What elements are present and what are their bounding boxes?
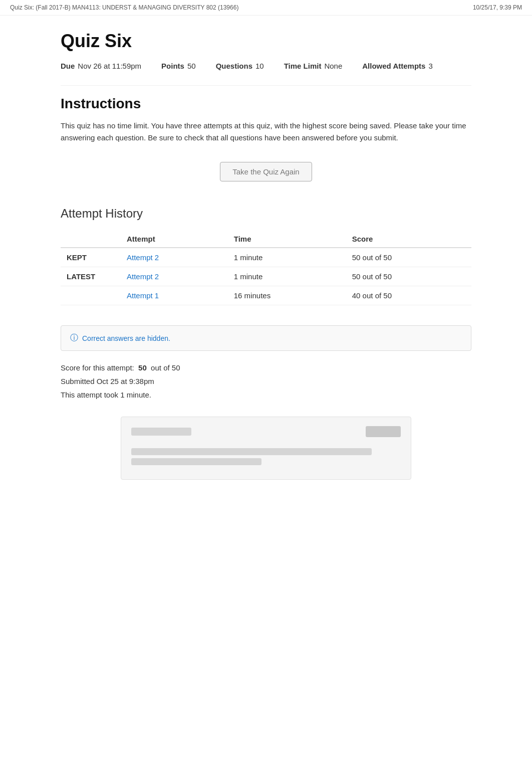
breadcrumb: Quiz Six: (Fall 2017-B) MAN4113: UNDERST… bbox=[10, 4, 238, 11]
col-header-label bbox=[61, 231, 121, 248]
correct-answers-notice: Correct answers are hidden. bbox=[82, 334, 170, 342]
table-header-row: Attempt Time Score bbox=[61, 231, 471, 248]
attempt-history-title: Attempt History bbox=[61, 207, 471, 221]
col-header-score: Score bbox=[346, 231, 471, 248]
table-row: KEPTAttempt 21 minute50 out of 50 bbox=[61, 248, 471, 267]
score-value: 50 bbox=[138, 363, 147, 372]
table-row: LATESTAttempt 21 minute50 out of 50 bbox=[61, 267, 471, 286]
blurred-score-badge bbox=[366, 426, 401, 437]
blurred-question-header bbox=[131, 426, 401, 442]
submitted-line: Submitted Oct 25 at 9:38pm bbox=[61, 374, 471, 388]
points-value: 50 bbox=[187, 62, 196, 70]
row-label: LATEST bbox=[61, 267, 121, 286]
attempt-link[interactable]: Attempt 2 bbox=[121, 248, 228, 267]
take-quiz-button[interactable]: Take the Quiz Again bbox=[220, 162, 312, 181]
take-quiz-btn-wrapper: Take the Quiz Again bbox=[61, 162, 471, 181]
attempt-score: 40 out of 50 bbox=[346, 286, 471, 305]
time-taken-line: This attempt took 1 minute. bbox=[61, 388, 471, 402]
instructions-text: This quiz has no time limit. You have th… bbox=[61, 120, 471, 144]
score-label: Score for this attempt: bbox=[61, 363, 134, 372]
time-limit-label: Time Limit bbox=[284, 62, 322, 70]
time-limit-value: None bbox=[324, 62, 342, 70]
allowed-attempts-value: 3 bbox=[428, 62, 432, 70]
row-label bbox=[61, 286, 121, 305]
attempt-time: 1 minute bbox=[228, 267, 346, 286]
row-label: KEPT bbox=[61, 248, 121, 267]
time-limit-meta: Time Limit None bbox=[284, 62, 343, 70]
blurred-question-area bbox=[121, 417, 411, 480]
score-suffix: out of 50 bbox=[151, 363, 180, 372]
attempt-link[interactable]: Attempt 2 bbox=[121, 267, 228, 286]
top-bar: Quiz Six: (Fall 2017-B) MAN4113: UNDERST… bbox=[0, 0, 532, 16]
instructions-title: Instructions bbox=[61, 96, 471, 112]
allowed-attempts-label: Allowed Attempts bbox=[362, 62, 425, 70]
points-meta: Points 50 bbox=[161, 62, 196, 70]
due-value: Nov 26 at 11:59pm bbox=[78, 62, 141, 70]
score-line: Score for this attempt: 50 out of 50 bbox=[61, 361, 471, 374]
points-label: Points bbox=[161, 62, 184, 70]
score-info: Score for this attempt: 50 out of 50 Sub… bbox=[61, 361, 471, 402]
datetime: 10/25/17, 9:39 PM bbox=[473, 4, 522, 11]
attempt-score: 50 out of 50 bbox=[346, 248, 471, 267]
allowed-attempts-meta: Allowed Attempts 3 bbox=[362, 62, 432, 70]
attempt-history-table: Attempt Time Score KEPTAttempt 21 minute… bbox=[61, 231, 471, 305]
quiz-title: Quiz Six bbox=[61, 31, 471, 52]
col-header-time: Time bbox=[228, 231, 346, 248]
col-header-attempt: Attempt bbox=[121, 231, 228, 248]
blurred-question-text-line1 bbox=[131, 448, 372, 455]
attempt-time: 1 minute bbox=[228, 248, 346, 267]
blurred-question-number bbox=[131, 428, 191, 436]
correct-answers-notice-box: ⓘ Correct answers are hidden. bbox=[61, 325, 471, 351]
due-label: Due bbox=[61, 62, 75, 70]
table-row: Attempt 116 minutes40 out of 50 bbox=[61, 286, 471, 305]
blurred-question-text-line2 bbox=[131, 458, 261, 465]
quiz-meta: Due Nov 26 at 11:59pm Points 50 Question… bbox=[61, 62, 471, 70]
info-icon: ⓘ bbox=[70, 333, 78, 343]
attempt-link[interactable]: Attempt 1 bbox=[121, 286, 228, 305]
questions-meta: Questions 10 bbox=[216, 62, 264, 70]
attempt-time: 16 minutes bbox=[228, 286, 346, 305]
attempt-score: 50 out of 50 bbox=[346, 267, 471, 286]
main-content: Quiz Six Due Nov 26 at 11:59pm Points 50… bbox=[41, 16, 491, 510]
questions-value: 10 bbox=[255, 62, 264, 70]
questions-label: Questions bbox=[216, 62, 252, 70]
due-meta: Due Nov 26 at 11:59pm bbox=[61, 62, 141, 70]
